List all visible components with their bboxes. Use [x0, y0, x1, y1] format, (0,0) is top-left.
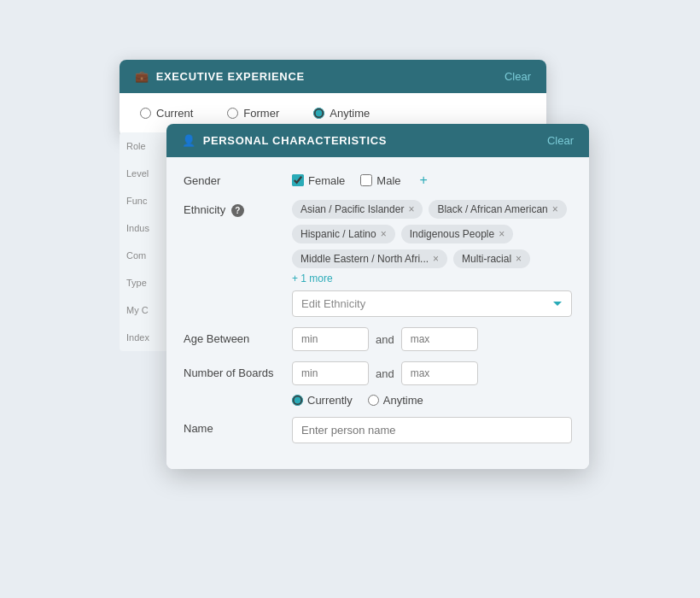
personal-clear-button[interactable]: Clear: [547, 134, 574, 147]
ethnicity-content: Asian / Pacific Islander × Black / Afric…: [292, 198, 572, 317]
gender-male-checkbox[interactable]: [360, 174, 372, 186]
age-between-row: Age Between and: [184, 327, 572, 351]
boards-content: and Currently Anytime: [292, 361, 572, 407]
sidebar-item-type[interactable]: Type: [126, 278, 172, 288]
boards-min-input[interactable]: [292, 361, 369, 385]
edit-ethnicity-wrapper: Edit Ethnicity: [292, 284, 572, 317]
exec-clear-button[interactable]: Clear: [505, 70, 531, 83]
gender-female-label: Female: [308, 174, 345, 187]
ethnicity-more-label[interactable]: + 1 more: [292, 273, 572, 284]
sidebar-item-com[interactable]: Com: [126, 250, 172, 261]
boards-row: Number of Boards and Currently Anytime: [184, 361, 572, 407]
tag-middle-eastern-remove[interactable]: ×: [433, 254, 439, 264]
gender-label: Gender: [184, 169, 282, 187]
boards-currently-radio[interactable]: [292, 395, 303, 406]
age-max-input[interactable]: [401, 327, 478, 351]
gender-row: Gender Female Male +: [184, 169, 572, 188]
boards-anytime-radio[interactable]: [368, 395, 379, 406]
gender-female-checkbox[interactable]: [292, 174, 304, 186]
boards-currently-option[interactable]: Currently: [292, 394, 353, 407]
exec-card-title: 💼 EXECUTIVE EXPERIENCE: [135, 70, 305, 83]
sidebar-item-index[interactable]: Index: [126, 332, 172, 343]
name-input[interactable]: [292, 417, 572, 443]
ethnicity-row: Ethnicity ? Asian / Pacific Islander × B…: [184, 198, 572, 317]
personal-characteristics-card: 👤 PERSONAL CHARACTERISTICS Clear Gender …: [166, 124, 589, 469]
tag-black-african-label: Black / African American: [437, 203, 547, 215]
tag-multiracial-remove[interactable]: ×: [516, 254, 522, 264]
tag-asian-pacific-remove[interactable]: ×: [408, 204, 414, 214]
tag-hispanic: Hispanic / Latino ×: [292, 225, 395, 243]
exec-card-header: 💼 EXECUTIVE EXPERIENCE Clear: [120, 60, 546, 93]
boards-radio-group: Currently Anytime: [292, 390, 572, 407]
gender-male-option[interactable]: Male: [360, 174, 400, 187]
tag-indigenous-remove[interactable]: ×: [499, 229, 505, 239]
boards-currently-label: Currently: [307, 394, 353, 407]
exec-radio-anytime[interactable]: [313, 108, 324, 119]
gender-plus-button[interactable]: +: [420, 173, 428, 188]
personal-card-header: 👤 PERSONAL CHARACTERISTICS Clear: [166, 124, 589, 157]
tag-indigenous: Indigenous People ×: [401, 225, 513, 243]
name-row: Name: [184, 417, 572, 443]
tag-asian-pacific-label: Asian / Pacific Islander: [300, 203, 404, 215]
name-content: [292, 417, 572, 443]
tag-middle-eastern-label: Middle Eastern / North Afri...: [300, 253, 429, 265]
tag-multiracial-label: Multi-racial: [462, 253, 511, 265]
sidebar-item-myc[interactable]: My C: [126, 305, 172, 315]
exec-label-anytime: Anytime: [330, 107, 370, 120]
sidebar-item-indus[interactable]: Indus: [126, 223, 172, 233]
sidebar-item-level[interactable]: Level: [126, 168, 172, 179]
gender-content: Female Male +: [292, 169, 572, 188]
tag-hispanic-remove[interactable]: ×: [381, 229, 387, 239]
exec-radio-current[interactable]: [140, 108, 151, 119]
exec-label-former: Former: [243, 107, 279, 120]
tag-hispanic-label: Hispanic / Latino: [300, 228, 376, 240]
sidebar-item-role[interactable]: Role: [126, 141, 172, 151]
tag-black-african: Black / African American ×: [429, 200, 566, 219]
ethnicity-tags: Asian / Pacific Islander × Black / Afric…: [292, 198, 572, 268]
exec-radio-former[interactable]: [227, 108, 238, 119]
age-min-input[interactable]: [292, 327, 369, 351]
gender-male-label: Male: [376, 174, 400, 187]
gender-female-option[interactable]: Female: [292, 174, 345, 187]
exec-option-anytime[interactable]: Anytime: [313, 107, 370, 120]
boards-label: Number of Boards: [184, 361, 282, 379]
personal-card-body: Gender Female Male + Ethnicity: [166, 157, 589, 469]
personal-card-title: 👤 PERSONAL CHARACTERISTICS: [182, 134, 387, 147]
exec-label-current: Current: [156, 107, 193, 120]
briefcase-icon: 💼: [135, 70, 149, 83]
exec-option-current[interactable]: Current: [140, 107, 193, 120]
ethnicity-help-icon[interactable]: ?: [231, 204, 244, 217]
sidebar-item-func[interactable]: Func: [126, 196, 172, 206]
ethnicity-label: Ethnicity ?: [184, 198, 282, 217]
tag-indigenous-label: Indigenous People: [410, 228, 494, 240]
boards-anytime-label: Anytime: [383, 394, 423, 407]
tag-black-african-remove[interactable]: ×: [552, 204, 558, 214]
age-between-content: and: [292, 327, 572, 351]
age-and-label: and: [376, 333, 394, 346]
boards-anytime-option[interactable]: Anytime: [368, 394, 423, 407]
boards-max-input[interactable]: [401, 361, 478, 385]
person-icon: 👤: [182, 134, 196, 147]
age-between-label: Age Between: [184, 327, 282, 345]
tag-multiracial: Multi-racial ×: [453, 249, 530, 268]
boards-range-row: and: [292, 361, 572, 385]
boards-and-label: and: [376, 367, 394, 380]
exec-option-former[interactable]: Former: [227, 107, 279, 120]
name-label: Name: [184, 417, 282, 435]
gender-options: Female Male +: [292, 169, 572, 188]
edit-ethnicity-select[interactable]: Edit Ethnicity: [292, 290, 572, 317]
tag-asian-pacific: Asian / Pacific Islander ×: [292, 200, 423, 219]
tag-middle-eastern: Middle Eastern / North Afri... ×: [292, 249, 447, 268]
age-range-row: and: [292, 327, 572, 351]
